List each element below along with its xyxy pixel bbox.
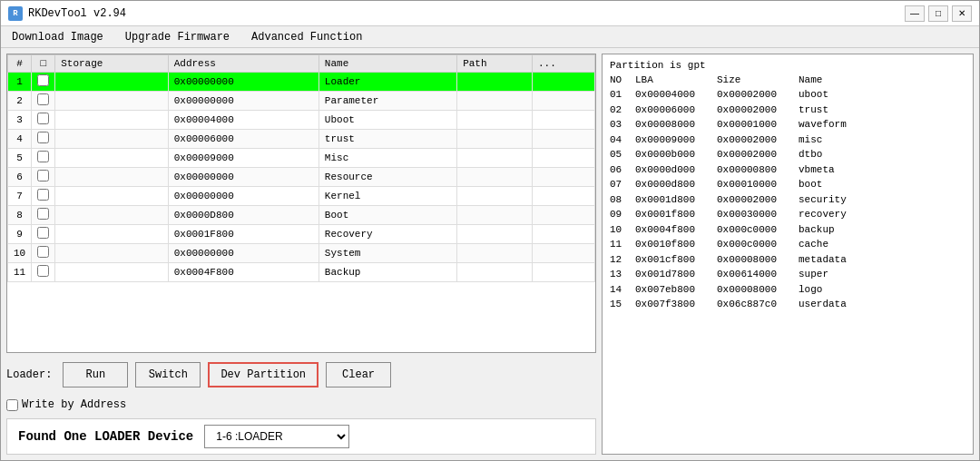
pr-lba: 0x0000d800	[635, 177, 717, 192]
cell-num: 11	[8, 263, 32, 282]
cell-storage	[55, 206, 169, 225]
cell-path	[457, 92, 533, 111]
pr-size: 0x00008000	[717, 282, 799, 298]
menu-upgrade-firmware[interactable]: Upgrade Firmware	[122, 29, 233, 45]
pr-lba: 0x007eb800	[635, 282, 717, 298]
switch-button[interactable]: Switch	[135, 362, 201, 387]
cell-check[interactable]	[32, 73, 55, 92]
cell-check[interactable]	[32, 187, 55, 206]
pr-size: 0x00002000	[717, 87, 799, 103]
partition-title: Partition is gpt	[610, 60, 965, 71]
app-icon: R	[8, 6, 23, 21]
cell-check[interactable]	[32, 244, 55, 263]
pr-name: cache	[799, 237, 871, 252]
pr-name: logo	[799, 282, 871, 298]
cell-more	[532, 263, 594, 282]
menu-advanced-function[interactable]: Advanced Function	[248, 29, 366, 45]
cell-num: 10	[8, 244, 32, 263]
write-by-address-label: Write by Address	[22, 398, 126, 411]
table-row: 4 0x00006000 trust	[8, 130, 595, 149]
cell-address: 0x00000000	[168, 73, 318, 92]
cell-more	[532, 244, 594, 263]
pr-lba: 0x0000d000	[635, 162, 717, 178]
partition-row: 09 0x0001f800 0x00030000 recovery	[610, 207, 965, 222]
partition-rows: 01 0x00004000 0x00002000 uboot 02 0x0000…	[610, 87, 965, 312]
table-row: 2 0x00000000 Parameter	[8, 92, 595, 111]
partition-row: 11 0x0010f800 0x000c0000 cache	[610, 237, 965, 252]
table-row: 8 0x0000D800 Boot	[8, 206, 595, 225]
pr-lba: 0x0000b000	[635, 147, 717, 162]
pr-lba: 0x00006000	[635, 103, 717, 118]
minimize-button[interactable]: —	[905, 5, 925, 22]
partition-row: 08 0x0001d800 0x00002000 security	[610, 192, 965, 208]
dev-partition-button[interactable]: Dev Partition	[208, 362, 318, 387]
pr-no: 04	[610, 132, 635, 148]
maximize-button[interactable]: □	[928, 5, 948, 22]
device-dropdown[interactable]: 1-6 :LOADER	[204, 425, 349, 448]
cell-path	[457, 149, 533, 168]
col-header-name: Name	[318, 55, 456, 73]
cell-address: 0x00004000	[168, 111, 318, 130]
cell-more	[532, 149, 594, 168]
pr-size: 0x00030000	[717, 207, 799, 222]
cell-check[interactable]	[32, 263, 55, 282]
cell-check[interactable]	[32, 111, 55, 130]
partition-row: 13 0x001d7800 0x00614000 super	[610, 267, 965, 282]
cell-address: 0x00009000	[168, 149, 318, 168]
write-address-section: Write by Address	[6, 397, 596, 413]
cell-num: 2	[8, 92, 32, 111]
rp-header-lba: LBA	[635, 74, 717, 85]
pr-no: 10	[610, 222, 635, 238]
cell-check[interactable]	[32, 168, 55, 187]
rp-header-size: Size	[717, 74, 799, 85]
table-row: 6 0x00000000 Resource	[8, 168, 595, 187]
pr-lba: 0x0001f800	[635, 207, 717, 222]
cell-path	[457, 225, 533, 244]
pr-size: 0x00614000	[717, 267, 799, 282]
cell-check[interactable]	[32, 225, 55, 244]
cell-num: 4	[8, 130, 32, 149]
write-by-address-checkbox[interactable]	[6, 399, 18, 411]
menu-bar: Download Image Upgrade Firmware Advanced…	[1, 26, 979, 48]
cell-check[interactable]	[32, 149, 55, 168]
title-bar: R RKDevTool v2.94 — □ ✕	[1, 1, 979, 26]
table-row: 10 0x00000000 System	[8, 244, 595, 263]
cell-path	[457, 130, 533, 149]
cell-name: Boot	[318, 206, 456, 225]
cell-more	[532, 225, 594, 244]
cell-more	[532, 187, 594, 206]
pr-size: 0x00010000	[717, 177, 799, 192]
pr-no: 01	[610, 87, 635, 103]
cell-address: 0x0001F800	[168, 225, 318, 244]
menu-download-image[interactable]: Download Image	[8, 29, 107, 45]
pr-no: 12	[610, 252, 635, 268]
table-row: 3 0x00004000 Uboot	[8, 111, 595, 130]
close-button[interactable]: ✕	[952, 5, 972, 22]
col-header-num: #	[8, 55, 32, 73]
pr-size: 0x00002000	[717, 147, 799, 162]
run-button[interactable]: Run	[63, 362, 128, 387]
cell-name: Uboot	[318, 111, 456, 130]
clear-button[interactable]: Clear	[326, 362, 391, 387]
cell-path	[457, 73, 533, 92]
cell-check[interactable]	[32, 130, 55, 149]
pr-size: 0x000c0000	[717, 237, 799, 252]
rp-header-name: Name	[799, 74, 871, 85]
cell-address: 0x0000D800	[168, 206, 318, 225]
partition-row: 01 0x00004000 0x00002000 uboot	[610, 87, 965, 103]
cell-storage	[55, 168, 169, 187]
pr-size: 0x00002000	[717, 192, 799, 208]
cell-num: 6	[8, 168, 32, 187]
cell-check[interactable]	[32, 92, 55, 111]
partition-headers: NO LBA Size Name	[610, 74, 965, 85]
cell-name: Recovery	[318, 225, 456, 244]
cell-name: Backup	[318, 263, 456, 282]
pr-name: vbmeta	[799, 162, 871, 178]
cell-address: 0x00000000	[168, 244, 318, 263]
loader-label: Loader:	[6, 368, 52, 381]
cell-path	[457, 111, 533, 130]
pr-name: backup	[799, 222, 871, 238]
cell-more	[532, 168, 594, 187]
cell-check[interactable]	[32, 206, 55, 225]
partition-row: 07 0x0000d800 0x00010000 boot	[610, 177, 965, 192]
